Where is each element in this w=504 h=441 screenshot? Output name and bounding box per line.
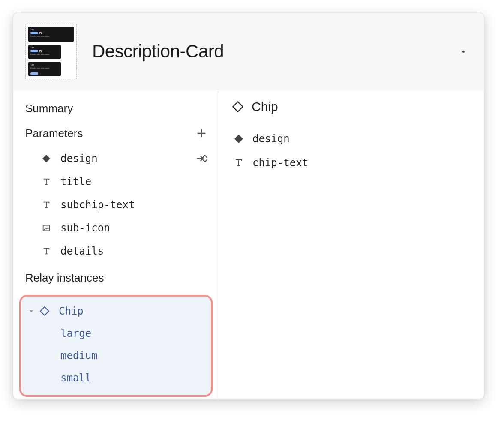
relay-instance-chip[interactable]: Chip (24, 300, 208, 322)
image-icon (42, 223, 51, 233)
parameter-label: details (60, 245, 209, 257)
more-vertical-icon (462, 51, 465, 53)
component-thumbnail: Title Details, more information Title De… (25, 24, 77, 79)
summary-section-link[interactable]: Summary (13, 98, 219, 123)
parameter-row-design[interactable]: design (13, 147, 219, 170)
relay-instance-highlight: Chip large medium small (19, 295, 213, 397)
relay-variant-large[interactable]: large (24, 322, 208, 345)
instance-param-design[interactable]: design (232, 127, 471, 151)
relay-variant-medium[interactable]: medium (24, 345, 208, 367)
more-options-button[interactable] (455, 43, 472, 60)
right-column: Chip design chip-text (219, 90, 484, 399)
left-column: Summary Parameters design title subchip-… (13, 90, 219, 399)
parameter-row-sub-icon[interactable]: sub-icon (13, 216, 219, 240)
parameter-label: design (60, 153, 194, 165)
relay-instances-section-label: Relay instances (13, 263, 219, 292)
instance-param-label: design (252, 133, 290, 145)
text-icon (234, 158, 244, 168)
text-icon (42, 200, 51, 210)
map-input-icon[interactable] (195, 153, 207, 165)
diamond-outline-icon (39, 306, 50, 316)
parameter-label: title (60, 176, 209, 188)
diamond-solid-icon (42, 154, 51, 163)
panel-header: Title Details, more information Title De… (13, 13, 484, 90)
parameter-label: subchip-text (60, 199, 209, 211)
component-inspector-panel: Title Details, more information Title De… (13, 13, 484, 399)
parameter-row-title[interactable]: title (13, 170, 219, 193)
diamond-outline-icon (232, 101, 244, 113)
relay-variant-small[interactable]: small (24, 367, 208, 389)
instance-title: Chip (252, 99, 278, 114)
parameter-row-details[interactable]: details (13, 240, 219, 263)
relay-instance-label: Chip (59, 305, 84, 317)
parameters-section-label: Parameters (25, 127, 194, 140)
instance-param-chip-text[interactable]: chip-text (232, 151, 471, 175)
text-icon (42, 246, 51, 256)
parameter-label: sub-icon (60, 222, 209, 234)
diamond-solid-icon (234, 134, 244, 144)
parameter-row-subchip-text[interactable]: subchip-text (13, 193, 219, 216)
component-title: Description-Card (92, 41, 455, 62)
add-parameter-button[interactable] (194, 126, 209, 141)
instance-header: Chip (232, 99, 471, 114)
plus-icon (195, 127, 207, 139)
caret-down-icon[interactable] (27, 306, 36, 316)
text-icon (42, 177, 51, 186)
instance-param-label: chip-text (252, 157, 308, 169)
